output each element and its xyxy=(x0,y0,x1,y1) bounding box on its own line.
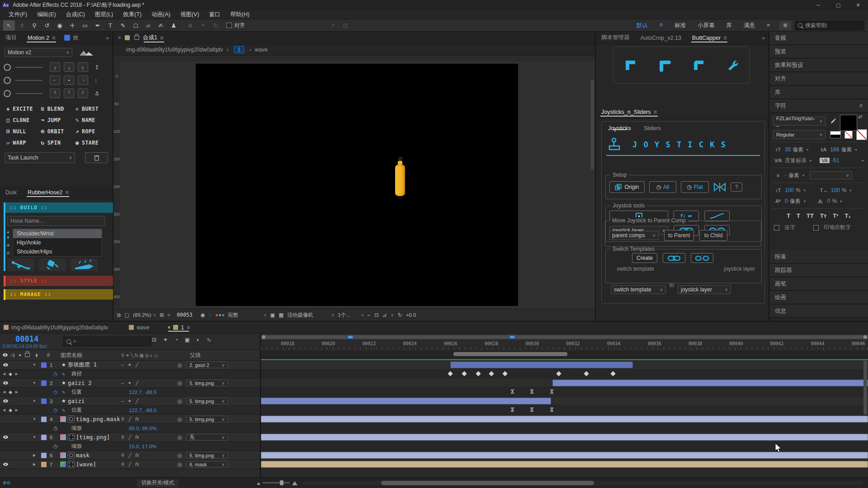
workspace-tab[interactable]: 库 xyxy=(721,22,738,29)
workspace-tab[interactable]: ≡ xyxy=(654,22,669,29)
layer-name[interactable]: [wave] xyxy=(76,461,96,468)
shy-switch[interactable]: ⚲ xyxy=(121,417,124,422)
layer-row[interactable]: ▶ 6 mask ⚲╱fx ◎ 5. timg.png∨ xyxy=(0,451,260,460)
layer-name-column[interactable]: 图层名称 xyxy=(54,352,82,359)
cap-round-button[interactable] xyxy=(658,58,671,72)
layer-row[interactable]: ▶ 7 [wave] ⚲╱fx ◎ 6. mask∨ xyxy=(0,460,260,469)
stopwatch-icon[interactable]: ◷ xyxy=(53,407,58,413)
character-panel-header[interactable]: 字符≡ xyxy=(769,99,868,113)
keyframe-track[interactable]: ⋈⋈⋈ xyxy=(261,388,868,397)
timeline-vertical-scrollbar[interactable] xyxy=(863,361,867,415)
keyframe[interactable] xyxy=(584,371,589,376)
menu-item[interactable]: 窗口 xyxy=(204,11,226,18)
flat-button[interactable]: ◷Flat xyxy=(681,181,709,193)
effects-switch[interactable]: fx xyxy=(135,462,139,467)
parent-pickwhip-icon[interactable]: ◎ xyxy=(177,461,182,468)
faux-style-button[interactable]: T¹ xyxy=(833,212,838,219)
label-column-icon[interactable]: ⬧ xyxy=(31,352,42,358)
expand-icon[interactable]: ▼ xyxy=(31,363,38,367)
tab-project[interactable]: 项目 xyxy=(0,32,22,44)
tab-buttcapper[interactable]: ButtCapper≡ xyxy=(687,32,732,44)
anchor-bottom-center-button[interactable]: ╵ xyxy=(64,89,74,98)
label-color-chip[interactable] xyxy=(41,399,47,404)
eyedropper-icon[interactable] xyxy=(830,118,836,124)
slider-knob[interactable] xyxy=(4,90,11,97)
launch-icon[interactable]: ↥ xyxy=(94,64,99,70)
tab-duik[interactable]: Duik xyxy=(0,186,22,198)
workspace-tab[interactable]: 小屏幕 xyxy=(692,22,721,29)
horizontal-scale-value[interactable]: 100 xyxy=(831,187,840,193)
parent-pickwhip-icon[interactable]: ◎ xyxy=(177,452,182,459)
collapsed-panel-header[interactable]: 跟踪器 xyxy=(769,264,868,277)
next-keyframe-icon[interactable]: ▶ xyxy=(15,372,18,376)
camera-tool[interactable]: ◉ xyxy=(54,20,66,31)
menu-item[interactable]: 文件(F) xyxy=(4,11,32,18)
property-track[interactable] xyxy=(261,424,868,433)
vertical-scale-value[interactable]: 100 xyxy=(785,187,794,193)
layer-row[interactable]: ▼ 4 timg.png.mask ⚲╱fx ◎ 5. timg.png∨ xyxy=(0,415,260,424)
current-frame[interactable]: 00014 xyxy=(15,334,38,343)
always-preview-icon[interactable]: ⧉ xyxy=(117,312,121,318)
clone-stamp-tool[interactable]: ☖ xyxy=(130,20,142,31)
graph-icon[interactable]: ∿ xyxy=(61,389,65,394)
ease-curve-button[interactable] xyxy=(704,211,730,221)
property-value[interactable]: 15.0, 17.0% xyxy=(129,444,156,449)
shy-switch[interactable]: ⚲ xyxy=(121,462,124,467)
primary-viewer-icon[interactable]: ▢ xyxy=(124,312,129,318)
help-search[interactable]: 搜索帮助 xyxy=(795,21,864,30)
time-navigator[interactable] xyxy=(261,334,868,340)
new-hose-button[interactable] xyxy=(7,258,34,271)
tracking-value[interactable]: -51 xyxy=(831,157,839,164)
flowchart-icon[interactable]: ♁ xyxy=(390,312,394,318)
create-template-button[interactable]: Create xyxy=(632,253,657,263)
zoom-out-mountain-icon[interactable] xyxy=(256,481,261,485)
property-value[interactable]: 122.7, -88.5 xyxy=(129,408,156,413)
tab-script-manager[interactable]: 脚本管理器 xyxy=(596,32,635,44)
all-button[interactable]: ◷All xyxy=(649,181,676,193)
parent-dropdown[interactable]: 5. timg.png∨ xyxy=(186,416,228,422)
camera-dropdown[interactable]: 活动摄像机∨ xyxy=(287,312,334,319)
tab-joysticks-n-sliders[interactable]: Joysticks_n_Sliders≡ xyxy=(596,106,662,118)
puppet-pin-tool[interactable]: ♟ xyxy=(168,20,179,31)
font-family-dropdown[interactable]: FZLanTingYuan-_∨ xyxy=(773,117,826,126)
hand-tool[interactable]: ☝ xyxy=(16,20,28,31)
motion-action-button[interactable]: ◫CLONE xyxy=(6,117,39,123)
stroke-swatch[interactable] xyxy=(830,131,841,138)
collapsed-panel-header[interactable]: 画笔 xyxy=(769,277,868,291)
add-keyframe-icon[interactable]: ◆ xyxy=(9,389,12,394)
expand-icon[interactable]: ▶ xyxy=(31,462,38,466)
workspace-tab[interactable]: 满意 xyxy=(738,22,761,29)
parent-pickwhip-icon[interactable]: ◎ xyxy=(177,380,182,386)
stopwatch-icon[interactable]: ◷ xyxy=(53,425,58,431)
transparency-grid-icon[interactable]: ▦ xyxy=(278,312,283,318)
task-launch-dropdown[interactable]: Task Launch∨ xyxy=(5,152,75,163)
toggle-switches-modes-button[interactable]: 切换开关/模式 xyxy=(137,479,179,487)
workspace-tab[interactable]: » xyxy=(761,22,776,29)
tab-rubberhose2[interactable]: RubberHose2≡ xyxy=(22,186,74,198)
timeline-toolbar-icon[interactable]: ⊟ xyxy=(152,337,156,343)
menu-item[interactable]: 动画(A) xyxy=(146,11,175,18)
raster-switch[interactable]: ✦ xyxy=(128,380,132,385)
workspace-settings-icon[interactable]: ⚙ xyxy=(779,21,791,30)
collapsed-panel-header[interactable]: 效果和预设 xyxy=(769,59,868,72)
brush-tool[interactable]: ✎ xyxy=(117,20,129,31)
layer-row[interactable]: ▼ 2 ★ gaizi 2 –✦╱ ◎ 5. timg.png∨ xyxy=(0,379,260,388)
show-snapshot-icon[interactable]: ◌ xyxy=(209,312,212,318)
timeline-tab-wave[interactable]: wave xyxy=(125,322,153,333)
keyframe[interactable] xyxy=(502,371,507,376)
shy-switch[interactable]: ⚲ xyxy=(121,453,124,458)
motion-action-button[interactable]: ✚EXCITE xyxy=(6,105,39,112)
pixel-aspect-icon[interactable]: ⌐ xyxy=(368,312,371,318)
quality-switch[interactable]: ╱ xyxy=(128,435,131,440)
collapse-switch[interactable]: – xyxy=(121,380,124,385)
expand-icon[interactable]: ▼ xyxy=(31,417,38,421)
expand-icon[interactable]: ▼ xyxy=(31,435,38,439)
layer-track[interactable] xyxy=(261,361,868,370)
tab-overflow-icon[interactable]: » xyxy=(762,35,765,41)
label-color-chip[interactable] xyxy=(41,435,47,440)
parent-dropdown[interactable]: 无∨ xyxy=(186,434,228,441)
switches-column-icons[interactable]: ⚲ ✦ ╲ fx ▦ ◎ ◐ ◇ xyxy=(121,353,158,358)
magnification-dropdown[interactable]: (89.2%)∨ xyxy=(133,312,156,318)
quality-switch[interactable]: ╱ xyxy=(136,399,138,404)
hindi-digits-checkbox[interactable]: 印地语数字 xyxy=(813,224,851,231)
